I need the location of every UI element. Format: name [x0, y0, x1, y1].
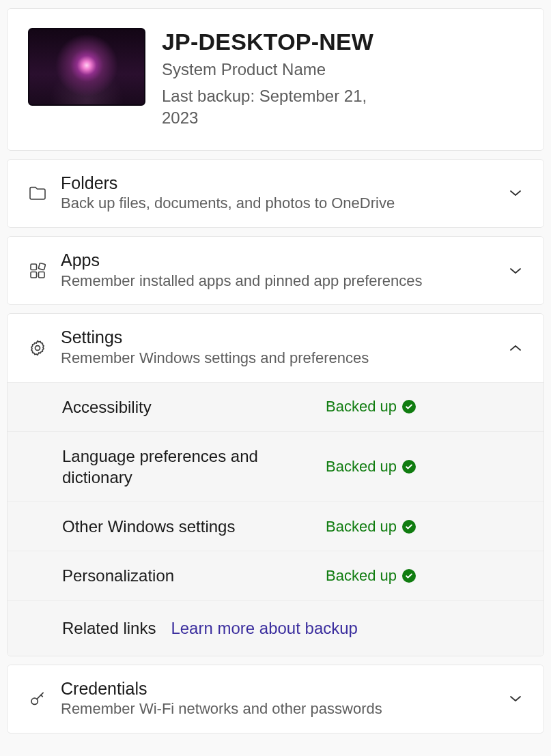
check-circle-icon: [402, 460, 416, 474]
settings-item-label: Other Windows settings: [62, 516, 315, 537]
svg-point-4: [36, 345, 40, 350]
device-card: JP-DESKTOP-NEW System Product Name Last …: [8, 9, 543, 150]
section-folders: Folders Back up files, documents, and ph…: [8, 160, 543, 227]
section-apps: Apps Remember installed apps and pinned …: [8, 237, 543, 304]
section-apps-title: Apps: [61, 250, 494, 270]
apps-icon: [28, 263, 47, 279]
svg-rect-2: [39, 272, 45, 278]
section-settings: Settings Remember Windows settings and p…: [8, 314, 543, 655]
section-credentials-desc: Remember Wi-Fi networks and other passwo…: [61, 699, 494, 719]
section-folders-panel: Folders Back up files, documents, and ph…: [7, 159, 544, 228]
settings-item-label: Language preferences and dictionary: [62, 446, 315, 488]
device-thumbnail: [28, 28, 145, 106]
chevron-down-icon: [508, 189, 523, 197]
section-settings-header[interactable]: Settings Remember Windows settings and p…: [8, 314, 543, 381]
svg-rect-3: [38, 263, 45, 270]
section-apps-texts: Apps Remember installed apps and pinned …: [61, 250, 494, 291]
svg-rect-1: [31, 272, 37, 278]
device-info: JP-DESKTOP-NEW System Product Name Last …: [162, 28, 387, 130]
section-settings-texts: Settings Remember Windows settings and p…: [61, 328, 494, 368]
section-credentials-header[interactable]: Credentials Remember Wi-Fi networks and …: [8, 665, 543, 733]
section-apps-desc: Remember installed apps and pinned app p…: [61, 272, 494, 291]
section-credentials: Credentials Remember Wi-Fi networks and …: [8, 665, 543, 733]
settings-item-accessibility[interactable]: Accessibility Backed up: [8, 382, 543, 431]
section-settings-desc: Remember Windows settings and preference…: [61, 349, 494, 368]
folder-icon: [28, 186, 47, 201]
related-links-label: Related links: [62, 619, 156, 638]
status-badge: Backed up: [326, 458, 416, 476]
status-text: Backed up: [326, 567, 397, 585]
section-credentials-texts: Credentials Remember Wi-Fi networks and …: [61, 679, 494, 719]
section-settings-panel: Settings Remember Windows settings and p…: [7, 313, 544, 656]
related-links-row: Related links Learn more about backup: [8, 600, 543, 656]
status-text: Backed up: [326, 518, 397, 536]
section-folders-header[interactable]: Folders Back up files, documents, and ph…: [8, 160, 543, 227]
status-badge: Backed up: [326, 567, 416, 585]
chevron-down-icon: [508, 695, 523, 703]
status-text: Backed up: [326, 398, 397, 416]
settings-item-label: Accessibility: [62, 396, 315, 418]
device-name: JP-DESKTOP-NEW: [162, 29, 387, 55]
section-credentials-title: Credentials: [61, 679, 494, 699]
check-circle-icon: [402, 400, 416, 413]
section-folders-desc: Back up files, documents, and photos to …: [61, 194, 494, 214]
settings-sub-list: Accessibility Backed up Language prefere…: [8, 382, 543, 656]
device-product: System Product Name: [162, 59, 387, 81]
settings-item-other[interactable]: Other Windows settings Backed up: [8, 501, 543, 551]
check-circle-icon: [402, 520, 416, 534]
svg-rect-0: [31, 264, 37, 270]
section-apps-panel: Apps Remember installed apps and pinned …: [7, 236, 544, 305]
device-last-backup: Last backup: September 21, 2023: [162, 85, 387, 130]
check-circle-icon: [402, 569, 416, 583]
chevron-down-icon: [508, 267, 523, 275]
key-icon: [28, 690, 47, 708]
section-folders-title: Folders: [61, 173, 494, 193]
section-apps-header[interactable]: Apps Remember installed apps and pinned …: [8, 237, 543, 304]
status-badge: Backed up: [326, 518, 416, 536]
device-card-panel: JP-DESKTOP-NEW System Product Name Last …: [7, 8, 544, 151]
section-settings-title: Settings: [61, 328, 494, 347]
learn-more-link[interactable]: Learn more about backup: [171, 619, 358, 638]
settings-item-language[interactable]: Language preferences and dictionary Back…: [8, 431, 543, 501]
status-badge: Backed up: [326, 398, 416, 416]
settings-item-label: Personalization: [62, 565, 315, 586]
section-credentials-panel: Credentials Remember Wi-Fi networks and …: [7, 665, 544, 733]
status-text: Backed up: [326, 458, 397, 476]
settings-item-personalization[interactable]: Personalization Backed up: [8, 551, 543, 600]
section-folders-texts: Folders Back up files, documents, and ph…: [61, 173, 494, 214]
chevron-up-icon: [508, 344, 523, 352]
gear-icon: [28, 339, 47, 357]
